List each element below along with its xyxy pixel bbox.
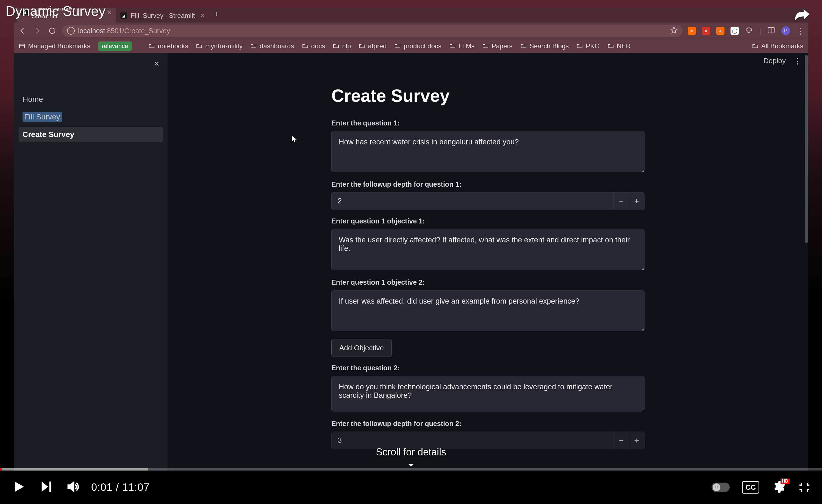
bookmark-label: LLMs: [458, 42, 475, 50]
streamlit-app: × Home Fill Survey Create Survey Deploy …: [14, 53, 808, 471]
exit-fullscreen-button[interactable]: [798, 480, 811, 494]
video-title: Dynamic Survey: [5, 3, 105, 19]
managed-bookmarks[interactable]: Managed Bookmarks: [19, 42, 90, 50]
browser-window: ◢ Create_Survey · Streamlit × ◢ Fill_Sur…: [14, 8, 808, 471]
bookmark-folder-search-blogs[interactable]: Search Blogs: [520, 42, 569, 50]
sidebar-item-fill-survey[interactable]: Fill Survey: [19, 109, 163, 125]
scroll-hint-label: Scroll for details: [376, 446, 446, 458]
obj12-input[interactable]: [331, 290, 645, 331]
extension-icon[interactable]: ◯: [731, 27, 739, 35]
q1-label: Enter the question 1:: [331, 119, 645, 127]
bookmark-folder-llms[interactable]: LLMs: [449, 42, 475, 50]
q1-input[interactable]: [331, 131, 645, 172]
sidebar-item-create-survey[interactable]: Create Survey: [19, 127, 163, 142]
autoplay-toggle[interactable]: [712, 483, 730, 492]
kebab-icon[interactable]: ⋮: [796, 26, 804, 36]
url-path: /Create_Survey: [122, 27, 170, 35]
reload-icon[interactable]: [47, 26, 57, 36]
extensions-icon[interactable]: [745, 26, 753, 35]
share-icon[interactable]: [793, 5, 811, 24]
bookmark-label: PKG: [586, 42, 600, 50]
obj11-label: Enter question 1 objective 1:: [331, 217, 645, 225]
sidebar-item-home[interactable]: Home: [19, 92, 163, 107]
decrement-button[interactable]: −: [613, 432, 629, 449]
bookmark-label: nlp: [342, 42, 351, 50]
close-icon[interactable]: ×: [201, 11, 205, 20]
page-title: Create Survey: [331, 86, 645, 106]
bookmark-label: docs: [311, 42, 325, 50]
bookmark-folder-atpred[interactable]: atpred: [359, 42, 387, 50]
bookmark-label: atpred: [368, 42, 387, 50]
decrement-button[interactable]: −: [613, 192, 629, 210]
bookmark-label: myntra-utility: [205, 42, 243, 50]
streamlit-favicon: ◢: [120, 12, 127, 19]
tab-strip: ◢ Create_Survey · Streamlit × ◢ Fill_Sur…: [14, 8, 808, 23]
obj12-label: Enter question 1 objective 2:: [331, 278, 645, 286]
forward-icon[interactable]: [32, 26, 42, 36]
depth1-input[interactable]: [332, 192, 613, 210]
play-button[interactable]: [11, 479, 26, 495]
mouse-cursor: [291, 135, 298, 145]
bookmark-folder-myntra-utility[interactable]: myntra-utility: [196, 42, 243, 50]
sidepanel-icon[interactable]: [767, 26, 775, 35]
bookmark-label: Papers: [491, 42, 512, 50]
depth2-input[interactable]: [332, 432, 613, 449]
extension-icon[interactable]: ▲: [716, 27, 725, 35]
bookmark-label: notebooks: [158, 42, 188, 50]
url-host: localhost: [78, 27, 105, 35]
captions-button[interactable]: CC: [742, 481, 759, 494]
volume-button[interactable]: [66, 480, 79, 494]
url-input[interactable]: i localhost:8501/Create_Survey: [62, 25, 683, 37]
svg-rect-4: [717, 486, 718, 488]
bookmark-folder-dashboards[interactable]: dashboards: [250, 42, 294, 50]
bookmark-folder-ner[interactable]: NER: [607, 42, 631, 50]
hd-badge: HD: [781, 478, 790, 484]
add-objective-button[interactable]: Add Objective: [331, 339, 392, 357]
star-icon[interactable]: [670, 26, 678, 35]
time-display: 0:01 / 11:07: [91, 481, 150, 493]
bookmarks-bar: Managed Bookmarks relevance | notebooks …: [14, 39, 808, 53]
bookmark-folder-papers[interactable]: Papers: [482, 42, 512, 50]
bookmark-folder-nlp[interactable]: nlp: [333, 42, 351, 50]
scrollbar[interactable]: [804, 53, 808, 471]
deploy-button[interactable]: Deploy: [764, 57, 786, 65]
url-port: :8501: [105, 27, 122, 35]
browser-tab-fill-survey[interactable]: ◢ Fill_Survey · Streamlit ×: [116, 9, 210, 23]
obj11-input[interactable]: [331, 229, 645, 270]
svg-rect-2: [19, 44, 24, 48]
sidebar: × Home Fill Survey Create Survey: [14, 53, 167, 471]
new-tab-button[interactable]: +: [210, 9, 224, 21]
q2-input[interactable]: [331, 376, 645, 411]
back-icon[interactable]: [18, 26, 27, 36]
extension-icon[interactable]: ●: [688, 27, 696, 35]
next-button[interactable]: [38, 479, 54, 495]
svg-rect-3: [716, 486, 716, 488]
bookmark-folder-notebooks[interactable]: notebooks: [148, 42, 188, 50]
depth1-stepper[interactable]: − +: [331, 192, 645, 210]
scrollbar-thumb[interactable]: [805, 55, 808, 243]
close-sidebar-icon[interactable]: ×: [154, 58, 159, 69]
profile-avatar[interactable]: P: [781, 26, 790, 35]
settings-button[interactable]: HD: [771, 480, 786, 495]
bookmark-label: All Bookmarks: [761, 42, 803, 50]
bookmark-label: Managed Bookmarks: [28, 42, 90, 50]
app-menu-icon[interactable]: ⋮: [793, 56, 802, 66]
q2-label: Enter the question 2:: [331, 364, 645, 372]
increment-button[interactable]: +: [629, 432, 644, 449]
extension-icon[interactable]: ■: [702, 27, 710, 35]
bookmark-folder-product-docs[interactable]: product docs: [394, 42, 441, 50]
video-player-controls: 0:01 / 11:07 CC HD: [0, 468, 822, 504]
bookmark-folder-docs[interactable]: docs: [302, 42, 325, 50]
played-bar: [0, 468, 2, 471]
progress-bar[interactable]: [0, 468, 822, 471]
all-bookmarks[interactable]: All Bookmarks: [752, 42, 803, 50]
address-bar: i localhost:8501/Create_Survey ● ■ ▲ ◯ |…: [14, 23, 808, 39]
scroll-for-details[interactable]: Scroll for details: [376, 446, 446, 471]
relevance-pill[interactable]: relevance: [98, 41, 132, 51]
svg-rect-0: [768, 27, 775, 33]
close-icon[interactable]: ×: [107, 8, 111, 16]
bookmark-folder-pkg[interactable]: PKG: [576, 42, 600, 50]
bookmark-label: NER: [617, 42, 631, 50]
site-info-icon[interactable]: i: [67, 27, 75, 35]
increment-button[interactable]: +: [629, 192, 644, 210]
